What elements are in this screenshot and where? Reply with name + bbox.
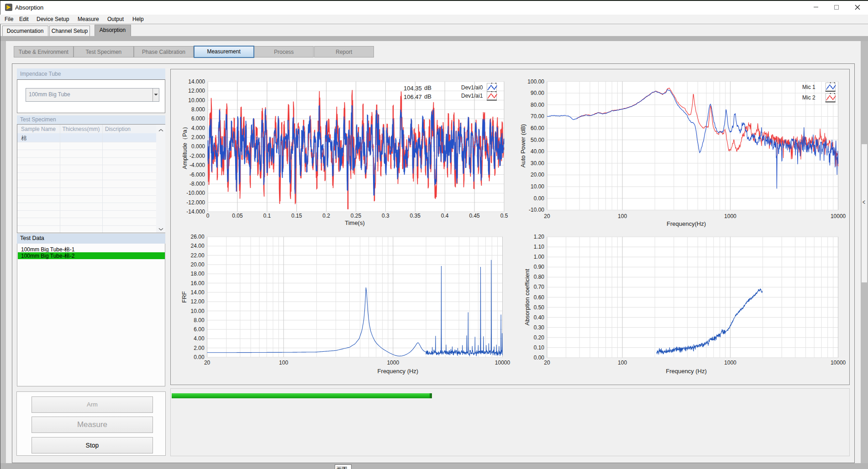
svg-text:0.70: 0.70 [534,284,545,290]
svg-text:26.00: 26.00 [191,234,205,240]
svg-text:10.00: 10.00 [531,183,544,190]
svg-text:FRF: FRF [181,291,188,302]
svg-text:6.000: 6.000 [191,115,205,122]
svg-text:100: 100 [618,360,627,366]
svg-text:10.000: 10.000 [188,97,205,104]
svg-text:0.90: 0.90 [534,264,545,270]
svg-text:22.00: 22.00 [191,252,205,259]
svg-text:0.05: 0.05 [232,213,243,219]
svg-text:8.000: 8.000 [191,106,205,113]
svg-text:1.00: 1.00 [534,254,545,260]
svg-text:0.60: 0.60 [534,294,545,301]
svg-text:4.000: 4.000 [191,125,205,131]
svg-text:80.00: 80.00 [531,102,544,108]
svg-text:1000: 1000 [387,360,399,366]
svg-text:70.00: 70.00 [531,113,544,120]
svg-text:0.20: 0.20 [534,334,545,341]
svg-text:0: 0 [206,213,210,219]
svg-text:2.00: 2.00 [194,345,205,351]
svg-text:0.10: 0.10 [534,344,545,351]
svg-text:10000: 10000 [831,360,846,366]
svg-text:10000: 10000 [831,213,846,219]
svg-text:0.2: 0.2 [322,213,330,219]
svg-text:-14.000: -14.000 [186,208,205,215]
svg-text:Absorption coefficient: Absorption coefficient [524,269,531,325]
svg-text:104.35: 104.35 [404,85,422,92]
svg-text:2.000: 2.000 [191,134,205,141]
svg-text:0.25: 0.25 [351,213,362,219]
svg-text:0.35: 0.35 [410,213,421,219]
svg-text:-2.000: -2.000 [189,153,205,159]
svg-text:50.00: 50.00 [531,137,544,143]
svg-text:Time(s): Time(s) [345,219,365,226]
svg-text:1000: 1000 [724,213,736,219]
svg-text:106.47: 106.47 [404,94,422,100]
svg-text:dB: dB [424,84,431,91]
svg-text:-10.00: -10.00 [529,207,544,213]
svg-text:100: 100 [618,213,627,219]
svg-text:0.1: 0.1 [263,213,271,219]
svg-text:12.00: 12.00 [191,298,205,305]
svg-text:Frequency (Hz): Frequency (Hz) [666,368,707,375]
svg-text:-4.000: -4.000 [189,162,205,168]
svg-text:Amplitude（Pa）: Amplitude（Pa） [181,124,188,169]
svg-text:60.00: 60.00 [531,125,544,131]
svg-text:24.00: 24.00 [191,243,205,249]
svg-text:0.50: 0.50 [534,304,545,311]
svg-text:0.5: 0.5 [500,213,508,219]
svg-text:8.00: 8.00 [194,317,205,323]
svg-text:Dev1/ai1: Dev1/ai1 [461,93,483,99]
svg-text:18.00: 18.00 [191,271,205,277]
svg-text:Auto Power (dB): Auto Power (dB) [520,124,526,167]
svg-text:100: 100 [279,360,288,366]
svg-text:Mic 2: Mic 2 [802,94,815,101]
svg-text:20.00: 20.00 [191,261,205,268]
svg-text:40.00: 40.00 [531,148,544,155]
svg-text:0.40: 0.40 [534,314,545,321]
svg-text:20: 20 [544,213,550,219]
svg-text:10.00: 10.00 [191,308,205,314]
svg-text:90.00: 90.00 [531,90,544,96]
svg-text:0.4: 0.4 [441,213,449,219]
svg-text:1.10: 1.10 [534,244,545,250]
svg-text:Frequency(Hz): Frequency(Hz) [667,220,706,227]
svg-text:20: 20 [544,360,550,366]
svg-text:0.00: 0.00 [534,354,545,361]
svg-text:4.00: 4.00 [194,335,205,342]
svg-text:14.000: 14.000 [188,78,205,85]
svg-text:0.00: 0.00 [194,354,205,360]
svg-text:0.000: 0.000 [191,143,205,150]
svg-text:10000: 10000 [495,360,510,366]
svg-text:16.00: 16.00 [191,280,205,287]
svg-text:0.45: 0.45 [469,213,480,219]
svg-text:14.00: 14.00 [191,289,205,296]
svg-text:12.000: 12.000 [188,88,205,94]
svg-text:0.30: 0.30 [534,324,545,331]
svg-text:Dev1/ai0: Dev1/ai0 [461,84,483,91]
svg-text:1000: 1000 [724,360,736,366]
svg-text:100.00: 100.00 [527,78,544,85]
svg-text:Frequency (Hz): Frequency (Hz) [378,368,419,375]
svg-text:30.00: 30.00 [531,160,544,167]
svg-text:0.3: 0.3 [382,213,389,219]
svg-text:20.00: 20.00 [531,172,544,178]
svg-text:0.15: 0.15 [291,213,302,219]
svg-text:0.80: 0.80 [534,274,545,280]
svg-text:-12.000: -12.000 [186,199,205,206]
svg-text:0.00: 0.00 [534,195,545,202]
svg-text:6.00: 6.00 [194,326,205,333]
svg-text:-6.000: -6.000 [189,172,205,178]
svg-text:Mic 1: Mic 1 [802,84,815,90]
svg-text:dB: dB [424,93,431,100]
svg-text:1.20: 1.20 [534,234,545,240]
svg-text:20: 20 [204,360,210,366]
svg-text:-10.000: -10.000 [186,190,205,196]
svg-text:-8.000: -8.000 [189,181,205,187]
